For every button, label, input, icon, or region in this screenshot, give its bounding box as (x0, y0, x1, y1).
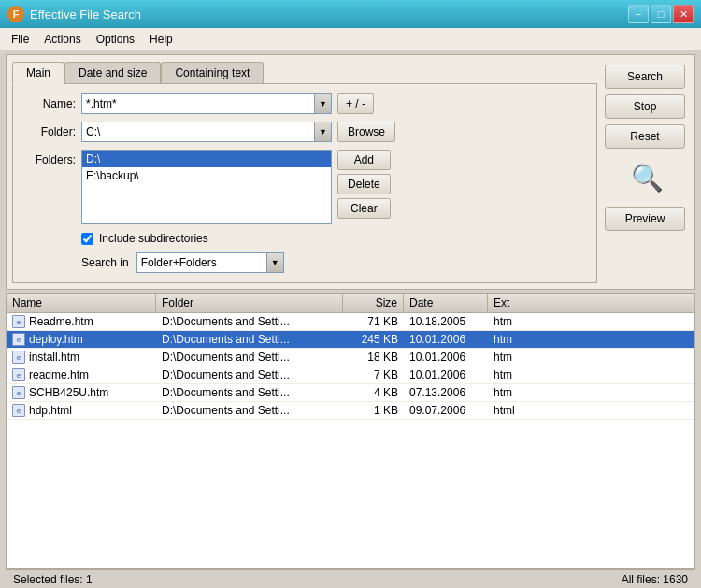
result-date: 10.01.2006 (404, 331, 488, 348)
result-folder: D:\Documents and Setti... (156, 402, 343, 419)
delete-button[interactable]: Delete (337, 174, 391, 194)
result-ext: htm (488, 349, 544, 366)
result-date: 10.01.2006 (404, 366, 488, 383)
result-ext: htm (488, 313, 544, 330)
search-in-input[interactable] (136, 252, 267, 273)
folder-combo: ▼ (81, 122, 332, 142)
result-ext: htm (488, 331, 544, 348)
clear-button[interactable]: Clear (337, 198, 391, 219)
result-size: 7 KB (343, 366, 404, 383)
reset-button[interactable]: Reset (605, 124, 685, 149)
selected-files-status: Selected files: 1 (13, 573, 93, 586)
search-button[interactable]: Search (605, 65, 685, 89)
stop-button[interactable]: Stop (605, 94, 685, 119)
top-panel: Main Date and size Containing text Name:… (6, 54, 695, 290)
include-subdirs-label[interactable]: Include subdirectories (99, 232, 208, 245)
folders-list[interactable]: D:\ E:\backup\ (81, 150, 332, 224)
include-subdirs-row: Include subdirectories (81, 232, 585, 245)
tabs: Main Date and size Containing text (12, 61, 597, 83)
name-label: Name: (24, 97, 76, 110)
result-date: 10.01.2006 (404, 349, 488, 366)
search-in-dropdown-arrow[interactable]: ▼ (267, 252, 284, 273)
col-header-folder[interactable]: Folder (156, 294, 343, 312)
result-size: 4 KB (343, 384, 404, 401)
app-icon: F (7, 6, 24, 22)
folder-input[interactable] (81, 122, 315, 142)
table-row[interactable]: e deploy.htm D:\Documents and Setti... 2… (7, 331, 694, 349)
table-row[interactable]: e SCHB425U.htm D:\Documents and Setti...… (7, 384, 694, 402)
search-in-label: Search in (81, 256, 129, 269)
table-row[interactable]: e install.htm D:\Documents and Setti... … (7, 349, 694, 366)
main-content: Main Date and size Containing text Name:… (0, 50, 701, 588)
right-buttons: Search Stop Reset 🔍 Preview (605, 61, 689, 283)
result-ext: html (488, 402, 544, 419)
menu-actions[interactable]: Actions (36, 31, 88, 48)
result-date: 09.07.2006 (404, 402, 488, 419)
folders-row: Folders: D:\ E:\backup\ Add Delete Clear (24, 150, 585, 224)
col-header-name[interactable]: Name (7, 294, 156, 312)
folder-dropdown-arrow[interactable]: ▼ (315, 122, 332, 142)
result-size: 1 KB (343, 402, 404, 419)
form-area: Main Date and size Containing text Name:… (12, 61, 597, 283)
results-body[interactable]: e Readme.htm D:\Documents and Setti... 7… (7, 313, 694, 568)
folder-row: Folder: ▼ Browse (24, 122, 585, 142)
browse-button[interactable]: Browse (337, 122, 395, 142)
close-button[interactable]: ✕ (673, 5, 694, 23)
col-header-size[interactable]: Size (343, 294, 404, 312)
menu-help[interactable]: Help (142, 31, 180, 48)
table-row[interactable]: e readme.htm D:\Documents and Setti... 7… (7, 366, 694, 384)
file-icon: e (12, 315, 25, 328)
menu-bar: File Actions Options Help (0, 28, 701, 50)
results-header: Name Folder Size Date Ext (7, 294, 694, 313)
result-name: e install.htm (7, 349, 156, 366)
result-ext: htm (488, 384, 544, 401)
search-in-combo: ▼ (136, 252, 284, 273)
folder-list-item[interactable]: E:\backup\ (82, 167, 331, 184)
col-header-ext[interactable]: Ext (488, 294, 544, 312)
status-bar: Selected files: 1 All files: 1630 (6, 569, 695, 588)
result-name: e SCHB425U.htm (7, 384, 156, 401)
result-folder: D:\Documents and Setti... (156, 384, 343, 401)
title-bar: F Effective File Search − □ ✕ (0, 0, 701, 28)
file-icon: e (12, 333, 25, 346)
result-folder: D:\Documents and Setti... (156, 313, 343, 330)
file-icon: e (12, 368, 25, 381)
file-icon: e (12, 404, 25, 417)
minimize-button[interactable]: − (628, 5, 649, 23)
maximize-button[interactable]: □ (651, 5, 671, 23)
table-row[interactable]: e hdp.html D:\Documents and Setti... 1 K… (7, 402, 694, 420)
tab-containing-text[interactable]: Containing text (161, 62, 264, 84)
include-subdirs-checkbox[interactable] (81, 233, 93, 245)
magnifier-icon: 🔍 (605, 154, 689, 201)
file-icon: e (12, 351, 25, 364)
menu-file[interactable]: File (4, 31, 36, 48)
result-size: 18 KB (343, 349, 404, 366)
name-combo: ▼ (81, 93, 332, 114)
tab-date-size[interactable]: Date and size (64, 62, 161, 84)
result-date: 07.13.2006 (404, 384, 488, 401)
menu-options[interactable]: Options (89, 31, 142, 48)
table-row[interactable]: e Readme.htm D:\Documents and Setti... 7… (7, 313, 694, 331)
col-header-date[interactable]: Date (404, 294, 488, 312)
name-dropdown-arrow[interactable]: ▼ (315, 93, 332, 114)
name-input[interactable] (81, 93, 315, 114)
add-button[interactable]: Add (337, 150, 391, 170)
plusminus-button[interactable]: + / - (337, 93, 374, 114)
folders-buttons: Add Delete Clear (337, 150, 391, 219)
folder-list-item[interactable]: D:\ (82, 151, 331, 167)
preview-button[interactable]: Preview (605, 207, 685, 231)
result-name: e readme.htm (7, 366, 156, 383)
result-ext: htm (488, 366, 544, 383)
results-area: Name Folder Size Date Ext e Readme.htm D… (6, 293, 695, 569)
result-name: e Readme.htm (7, 313, 156, 330)
result-size: 245 KB (343, 331, 404, 348)
result-date: 10.18.2005 (404, 313, 488, 330)
name-row: Name: ▼ + / - (24, 93, 585, 114)
tab-content-main: Name: ▼ + / - Folder: ▼ Browse (12, 83, 597, 283)
result-name: e hdp.html (7, 402, 156, 419)
result-folder: D:\Documents and Setti... (156, 331, 343, 348)
tab-main[interactable]: Main (12, 62, 64, 84)
folders-label: Folders: (24, 150, 76, 166)
title-controls: − □ ✕ (628, 5, 694, 23)
result-folder: D:\Documents and Setti... (156, 349, 343, 366)
